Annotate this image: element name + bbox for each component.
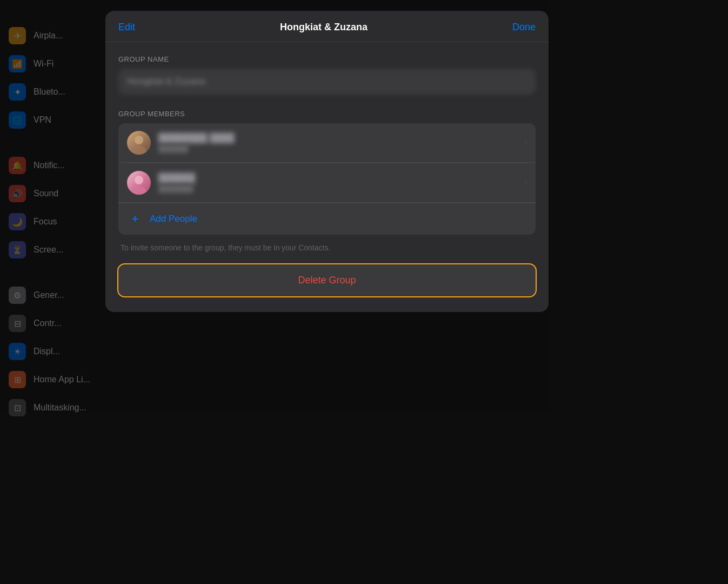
avatar (127, 171, 151, 195)
member-info: ████████ ████ ██████ (158, 133, 524, 152)
member-info: ██████ ███████ (158, 173, 524, 193)
modal-header: Edit Hongkiat & Zuzana Done (105, 11, 549, 42)
edit-button[interactable]: Edit (118, 22, 135, 33)
member-subtitle: ██████ (158, 144, 524, 152)
group-name-label: GROUP NAME (118, 55, 536, 63)
avatar (127, 131, 151, 155)
add-people-row[interactable]: + Add People (118, 203, 536, 235)
svg-point-1 (131, 146, 146, 155)
group-edit-modal: Edit Hongkiat & Zuzana Done GROUP NAME G… (105, 11, 549, 312)
modal-title: Hongkiat & Zuzana (280, 22, 368, 33)
member-name: ██████ (158, 173, 524, 183)
chevron-right-icon: › (524, 178, 527, 188)
group-members-label: GROUP MEMBERS (118, 110, 536, 118)
modal-body: GROUP NAME GROUP MEMBERS ████████ ████ █ (105, 42, 549, 312)
svg-point-0 (135, 136, 143, 144)
add-icon: + (127, 211, 143, 227)
add-people-label: Add People (150, 214, 197, 224)
invite-hint: To invite someone to the group, they mus… (118, 243, 536, 252)
members-section: GROUP MEMBERS ████████ ████ ██████ › (118, 110, 536, 235)
group-name-input[interactable] (118, 69, 536, 95)
member-subtitle: ███████ (158, 184, 524, 193)
done-button[interactable]: Done (512, 22, 536, 33)
svg-point-2 (135, 176, 143, 184)
delete-group-button[interactable]: Delete Group (118, 265, 536, 296)
members-list: ████████ ████ ██████ › (118, 123, 536, 235)
member-item[interactable]: ██████ ███████ › (118, 163, 536, 203)
member-name: ████████ ████ (158, 133, 524, 143)
delete-group-wrapper: Delete Group (118, 265, 536, 296)
svg-point-3 (131, 186, 146, 195)
member-item[interactable]: ████████ ████ ██████ › (118, 123, 536, 163)
chevron-right-icon: › (524, 138, 527, 148)
